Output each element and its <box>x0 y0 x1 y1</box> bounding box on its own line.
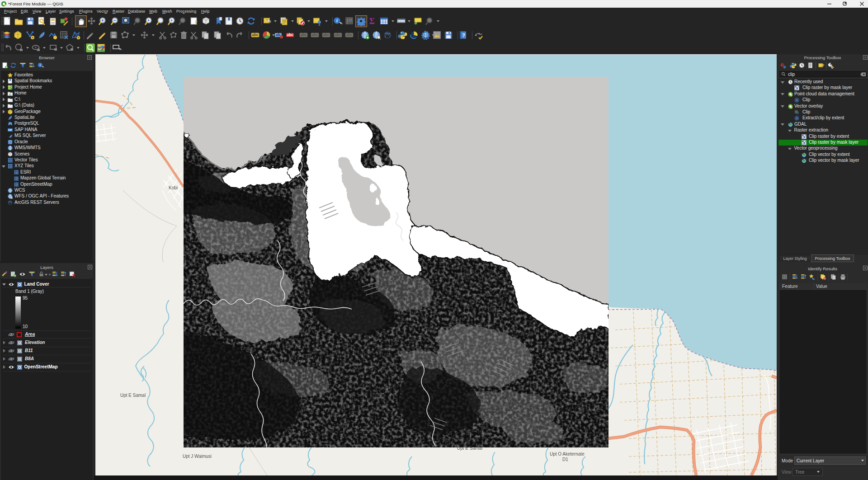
svg-text:Upt E Samal: Upt E Samal <box>457 446 482 451</box>
svg-text:Upt E Samal: Upt E Samal <box>120 393 146 398</box>
svg-text:Upt O Aketernate: Upt O Aketernate <box>550 452 585 456</box>
svg-text:D1: D1 <box>562 457 568 462</box>
svg-text:Kobi: Kobi <box>169 185 178 190</box>
svg-text:Upt J Waimusi: Upt J Waimusi <box>183 454 212 459</box>
